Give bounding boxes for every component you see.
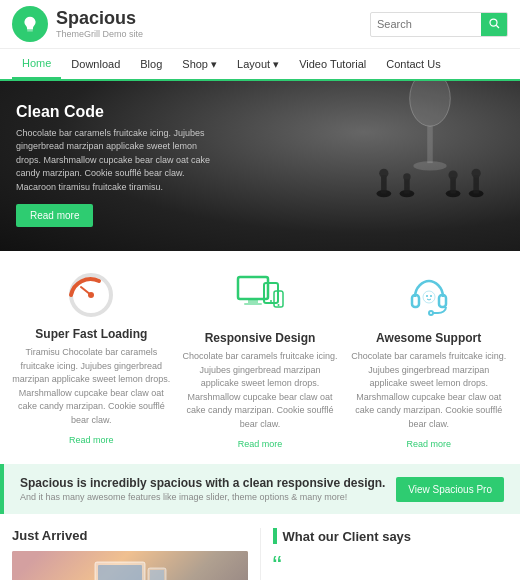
nav-download[interactable]: Download bbox=[61, 50, 130, 78]
hero-content: Clean Code Chocolate bar caramels fruitc… bbox=[0, 89, 240, 242]
svg-line-19 bbox=[81, 287, 91, 295]
feature-responsive: Responsive Design Chocolate bar caramels… bbox=[181, 271, 340, 450]
svg-point-26 bbox=[278, 304, 280, 306]
svg-rect-3 bbox=[427, 126, 433, 163]
arrived-illustration bbox=[90, 554, 170, 581]
arrived-image-inner bbox=[12, 551, 248, 580]
svg-point-29 bbox=[429, 311, 433, 315]
speed-icon bbox=[67, 271, 115, 319]
site-title: Spacious bbox=[56, 9, 143, 29]
nav-layout[interactable]: Layout ▾ bbox=[227, 50, 289, 79]
search-icon bbox=[488, 17, 500, 29]
just-arrived-title: Just Arrived bbox=[12, 528, 248, 543]
svg-rect-9 bbox=[404, 179, 410, 194]
feature-support-description: Chocolate bar caramels fruitcake icing. … bbox=[349, 350, 508, 431]
feature-support-title: Awesome Support bbox=[349, 331, 508, 345]
feature-speed-description: Tiramisu Chocolate bar caramels fruitcak… bbox=[12, 346, 171, 427]
support-icon bbox=[403, 271, 455, 323]
search-input[interactable] bbox=[371, 14, 481, 34]
feature-responsive-description: Chocolate bar caramels fruitcake icing. … bbox=[181, 350, 340, 431]
quote-icon: “ bbox=[273, 552, 509, 580]
feature-support-read-more[interactable]: Read more bbox=[406, 439, 451, 449]
svg-point-2 bbox=[410, 81, 451, 126]
svg-point-30 bbox=[423, 291, 435, 303]
feature-speed-title: Super Fast Loading bbox=[12, 327, 171, 341]
logo-icon bbox=[12, 6, 48, 42]
nav-home[interactable]: Home bbox=[12, 49, 61, 79]
hero-title: Clean Code bbox=[16, 103, 224, 121]
feature-responsive-read-more[interactable]: Read more bbox=[238, 439, 283, 449]
svg-rect-34 bbox=[98, 565, 142, 581]
svg-rect-21 bbox=[248, 299, 258, 303]
svg-point-4 bbox=[413, 161, 446, 170]
chess-decoration bbox=[370, 81, 490, 206]
svg-point-32 bbox=[430, 295, 432, 297]
just-arrived-section: Just Arrived bbox=[12, 528, 261, 580]
promo-banner: Spacious is incredibly spacious with a c… bbox=[0, 464, 520, 514]
svg-point-10 bbox=[403, 173, 410, 180]
search-button[interactable] bbox=[481, 13, 507, 36]
feature-speed-read-more[interactable]: Read more bbox=[69, 435, 114, 445]
svg-point-24 bbox=[270, 300, 272, 302]
nav-shop[interactable]: Shop ▾ bbox=[172, 50, 227, 79]
feature-support: Awesome Support Chocolate bar caramels f… bbox=[349, 271, 508, 450]
promo-title: Spacious is incredibly spacious with a c… bbox=[20, 476, 385, 490]
svg-rect-22 bbox=[244, 303, 262, 305]
promo-subtitle: And it has many awesome features like im… bbox=[20, 492, 385, 502]
svg-point-16 bbox=[472, 169, 481, 178]
site-subtitle: ThemeGrill Demo site bbox=[56, 29, 143, 39]
logo-text: Spacious ThemeGrill Demo site bbox=[56, 9, 143, 39]
nav-blog[interactable]: Blog bbox=[130, 50, 172, 78]
feature-responsive-title: Responsive Design bbox=[181, 331, 340, 345]
svg-point-31 bbox=[426, 295, 428, 297]
svg-point-13 bbox=[448, 171, 457, 180]
header: Spacious ThemeGrill Demo site bbox=[0, 0, 520, 49]
navigation: Home Download Blog Shop ▾ Layout ▾ Video… bbox=[0, 49, 520, 81]
svg-point-7 bbox=[379, 169, 388, 178]
hero-decoration bbox=[370, 86, 490, 206]
svg-line-1 bbox=[496, 25, 499, 28]
search-bar[interactable] bbox=[370, 12, 508, 37]
logo-area: Spacious ThemeGrill Demo site bbox=[12, 6, 143, 42]
feature-speed: Super Fast Loading Tiramisu Chocolate ba… bbox=[12, 271, 171, 450]
responsive-icon bbox=[234, 271, 286, 323]
hero-read-more-button[interactable]: Read more bbox=[16, 204, 93, 227]
bottom-section: Just Arrived What our Client says “ Choc… bbox=[0, 514, 520, 580]
svg-point-0 bbox=[490, 19, 497, 26]
svg-rect-38 bbox=[150, 570, 164, 581]
client-says-section: What our Client says “ Chocolate bar car… bbox=[261, 528, 509, 580]
hero-description: Chocolate bar caramels fruitcake icing. … bbox=[16, 127, 224, 195]
hero-section: Clean Code Chocolate bar caramels fruitc… bbox=[0, 81, 520, 251]
nav-contact[interactable]: Contact Us bbox=[376, 50, 450, 78]
just-arrived-image bbox=[12, 551, 248, 580]
nav-video-tutorial[interactable]: Video Tutorial bbox=[289, 50, 376, 78]
promo-button[interactable]: View Spacious Pro bbox=[396, 477, 504, 502]
client-says-title: What our Client says bbox=[273, 528, 509, 544]
promo-text: Spacious is incredibly spacious with a c… bbox=[20, 476, 385, 502]
features-section: Super Fast Loading Tiramisu Chocolate ba… bbox=[0, 251, 520, 464]
